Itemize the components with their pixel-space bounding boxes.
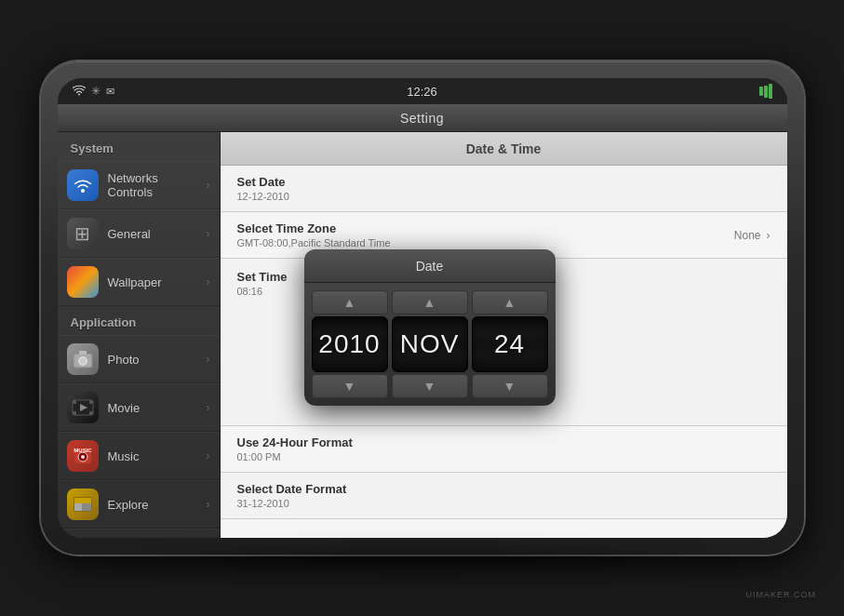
sidebar: System Networks Controls ›: [58, 132, 221, 538]
date-picker-title: Date: [416, 259, 444, 274]
svg-rect-7: [89, 400, 93, 404]
general-label: General: [108, 227, 207, 241]
day-value: 24: [494, 329, 525, 359]
year-down-arrow[interactable]: ▼: [312, 374, 388, 398]
sidebar-item-general[interactable]: ⊞ General ›: [58, 209, 220, 258]
month-value-container: NOV: [392, 316, 468, 372]
set-time-left: Set Time 08:16: [237, 270, 288, 297]
settings-row-set-date[interactable]: Set Date 12-12-2010: [221, 166, 787, 212]
main-content: System Networks Controls ›: [58, 132, 787, 538]
24hour-title: Use 24-Hour Format: [237, 435, 353, 449]
sidebar-item-wallpaper[interactable]: Wallpaper ›: [58, 258, 220, 306]
day-column: ▲ 24 ▼: [472, 290, 548, 398]
set-date-title: Set Date: [237, 175, 289, 189]
networks-label: Networks Controls: [108, 171, 207, 199]
svg-rect-4: [79, 351, 87, 355]
wallpaper-chevron: ›: [207, 275, 210, 288]
wallpaper-icon: [67, 266, 99, 298]
right-panel: Date & Time Set Date 12-12-2010: [221, 132, 787, 538]
explore-chevron: ›: [207, 498, 210, 511]
date-format-subtitle: 31-12-2010: [237, 498, 347, 509]
battery-bar-2: [764, 86, 768, 98]
movie-chevron: ›: [207, 401, 210, 414]
system-section-label: System: [58, 132, 220, 161]
svg-rect-16: [74, 498, 91, 503]
networks-chevron: ›: [207, 179, 210, 192]
sidebar-item-movie[interactable]: Movie ›: [58, 383, 220, 432]
day-value-container: 24: [472, 316, 548, 372]
set-date-left: Set Date 12-12-2010: [237, 175, 289, 202]
music-label: Music: [108, 449, 207, 463]
title-bar-text: Setting: [400, 111, 444, 126]
date-picker-body: ▲ 2010 ▼ ▲: [304, 283, 556, 406]
set-time-title: Set Time: [237, 270, 288, 284]
bluetooth-icon: ✳: [91, 85, 100, 98]
svg-rect-9: [89, 411, 93, 415]
year-up-arrow[interactable]: ▲: [312, 290, 388, 315]
timezone-title: Selcet Time Zone: [237, 221, 391, 235]
year-value-container: 2010: [312, 316, 388, 372]
set-time-subtitle: 08:16: [237, 286, 288, 297]
battery-bar-3: [769, 84, 772, 99]
year-column: ▲ 2010 ▼: [312, 290, 388, 398]
mail-icon: ✉: [106, 86, 114, 98]
explore-icon: [67, 489, 99, 520]
timezone-subtitle: GMT-08:00,Pacific Standard Time: [237, 237, 391, 248]
timezone-left: Selcet Time Zone GMT-08:00,Pacific Stand…: [237, 221, 391, 248]
svg-point-3: [79, 358, 86, 365]
movie-icon: [67, 392, 99, 423]
date-picker: Date ▲ 2010 ▼: [304, 249, 556, 406]
day-down-arrow[interactable]: ▼: [472, 374, 548, 398]
tablet-shadow: [117, 545, 728, 573]
timezone-value: None: [734, 229, 761, 242]
date-format-title: Select Date Format: [237, 482, 347, 496]
month-down-arrow[interactable]: ▼: [392, 374, 468, 398]
photo-icon: [67, 343, 99, 375]
status-time: 12:26: [407, 85, 437, 99]
networks-icon: [67, 169, 99, 201]
music-icon: MUSIC: [67, 440, 99, 472]
panel-header-text: Date & Time: [466, 141, 542, 156]
month-value: NOV: [400, 329, 460, 359]
sidebar-item-explore[interactable]: Explore ›: [58, 480, 220, 529]
svg-rect-8: [73, 411, 76, 415]
battery-indicator: [759, 84, 772, 99]
day-up-arrow[interactable]: ▲: [472, 290, 548, 315]
battery-icon: [759, 84, 772, 99]
explore-label: Explore: [108, 498, 207, 512]
wallpaper-label: Wallpaper: [108, 275, 207, 289]
tablet-shell: ✳ ✉ 12:26 Setting: [41, 61, 804, 555]
settings-row-24hour[interactable]: Use 24-Hour Format 01:00 PM: [221, 426, 787, 473]
photo-label: Photo: [108, 353, 207, 367]
tablet-screen: ✳ ✉ 12:26 Setting: [58, 78, 787, 538]
date-picker-header: Date: [304, 249, 556, 283]
app-section-label: Application: [58, 306, 220, 335]
24hour-subtitle: 01:00 PM: [237, 451, 353, 462]
photo-chevron: ›: [207, 353, 210, 366]
settings-row-date-format[interactable]: Select Date Format 31-12-2010: [221, 473, 787, 519]
music-chevron: ›: [207, 449, 210, 462]
sidebar-item-photo[interactable]: Photo ›: [58, 335, 220, 383]
settings-list: Set Date 12-12-2010 Selcet Time Zone GMT…: [221, 166, 787, 538]
wifi-icon: [73, 85, 86, 98]
general-icon: ⊞: [67, 218, 99, 249]
status-left: ✳ ✉: [73, 85, 114, 98]
svg-point-0: [81, 189, 85, 193]
panel-header: Date & Time: [221, 132, 787, 166]
sidebar-item-music[interactable]: MUSIC Music ›: [58, 432, 220, 480]
svg-text:MUSIC: MUSIC: [74, 448, 92, 453]
movie-label: Movie: [108, 401, 207, 415]
sidebar-item-networks[interactable]: Networks Controls ›: [58, 161, 220, 209]
timezone-right: None ›: [734, 229, 770, 242]
month-column: ▲ NOV ▼: [392, 290, 468, 398]
settings-row-set-time[interactable]: Set Time 08:16 Date: [221, 259, 787, 426]
battery-bar-1: [759, 87, 763, 96]
date-format-left: Select Date Format 31-12-2010: [237, 482, 347, 509]
sidebar-item-book[interactable]: Book ›: [58, 529, 220, 538]
svg-rect-18: [82, 503, 91, 511]
svg-rect-17: [74, 503, 82, 511]
status-bar: ✳ ✉ 12:26: [58, 78, 787, 104]
svg-rect-6: [73, 400, 76, 404]
month-up-arrow[interactable]: ▲: [392, 290, 468, 315]
watermark: UIMAKER.COM: [745, 590, 816, 599]
